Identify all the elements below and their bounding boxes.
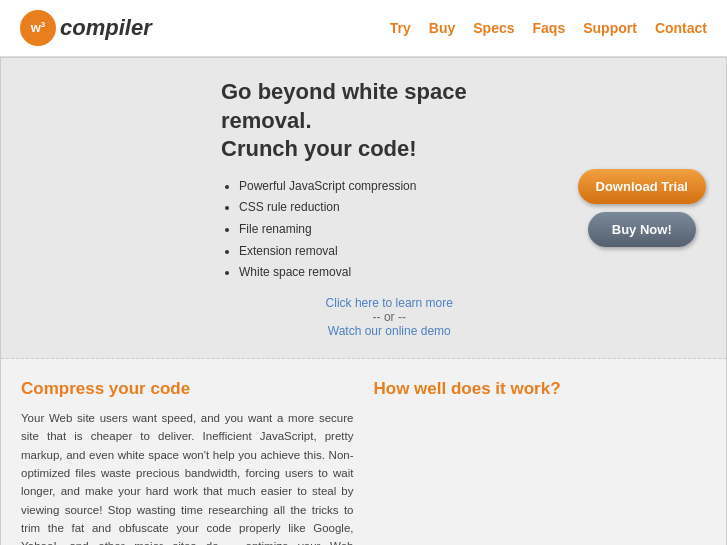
hero-title: Go beyond white space removal. Crunch yo… <box>221 78 558 164</box>
nav-contact[interactable]: Contact <box>655 20 707 36</box>
hero-buttons: Download Trial Buy Now! <box>578 169 706 247</box>
left-col-title: Compress your code <box>21 379 354 399</box>
bullet-5: White space removal <box>239 262 558 284</box>
nav: Try Buy Specs Faqs Support Contact <box>390 20 707 36</box>
bullet-3: File renaming <box>239 219 558 241</box>
logo-area: w3 compiler <box>20 10 152 46</box>
header: w3 compiler Try Buy Specs Faqs Support C… <box>0 0 727 57</box>
buy-now-button[interactable]: Buy Now! <box>588 212 696 247</box>
right-col-title: How well does it work? <box>374 379 707 399</box>
hero-learn-more-link[interactable]: Click here to learn more <box>326 296 453 310</box>
logo-name: compiler <box>60 15 152 41</box>
download-trial-button[interactable]: Download Trial <box>578 169 706 204</box>
main-wrapper: Go beyond white space removal. Crunch yo… <box>0 57 727 545</box>
bullet-4: Extension removal <box>239 241 558 263</box>
nav-buy[interactable]: Buy <box>429 20 455 36</box>
hero-demo-link[interactable]: Watch our online demo <box>328 324 451 338</box>
hero-or-text: -- or -- <box>373 310 406 324</box>
nav-support[interactable]: Support <box>583 20 637 36</box>
logo-badge: w3 <box>20 10 56 46</box>
left-col-text: Your Web site users want speed, and you … <box>21 409 354 545</box>
left-col: Compress your code Your Web site users w… <box>21 379 354 545</box>
nav-faqs[interactable]: Faqs <box>533 20 566 36</box>
bullet-1: Powerful JavaScript compression <box>239 176 558 198</box>
hero-bullets: Powerful JavaScript compression CSS rule… <box>221 176 558 284</box>
hero-links: Click here to learn more -- or -- Watch … <box>221 296 558 338</box>
hero-text: Go beyond white space removal. Crunch yo… <box>221 78 558 338</box>
nav-try[interactable]: Try <box>390 20 411 36</box>
right-col: How well does it work? <box>374 379 707 545</box>
nav-specs[interactable]: Specs <box>473 20 514 36</box>
two-col-section: Compress your code Your Web site users w… <box>1 359 726 545</box>
bullet-2: CSS rule reduction <box>239 197 558 219</box>
hero-section: Go beyond white space removal. Crunch yo… <box>1 58 726 359</box>
